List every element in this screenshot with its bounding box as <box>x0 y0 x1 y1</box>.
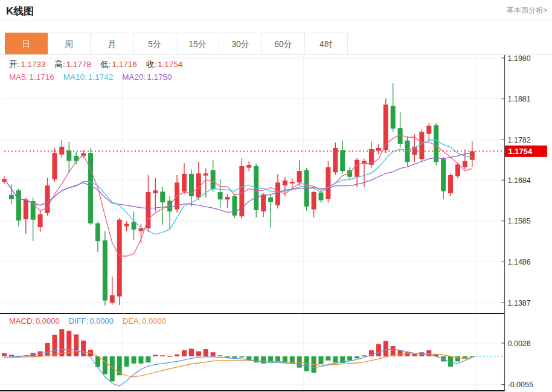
macd-item: DIFF:0.0000 <box>69 316 114 326</box>
ohlc-legend: 开:1.1733高:1.1778低:1.1716收:1.1754 <box>9 59 191 69</box>
ohlc-item: 高:1.1778 <box>55 60 92 69</box>
svg-text:-0.0055: -0.0055 <box>508 381 533 389</box>
kline-widget: K线图 基本面分析> 日周月5分15分30分60分4时 1.19801.1881… <box>0 0 552 392</box>
ma-item: MA10:1.1742 <box>63 72 113 82</box>
svg-text:0.0026: 0.0026 <box>508 339 531 348</box>
svg-text:1.1684: 1.1684 <box>508 176 531 185</box>
svg-text:1.1881: 1.1881 <box>508 95 531 103</box>
ma-item: MA20:1.1750 <box>122 72 172 82</box>
svg-text:1.1486: 1.1486 <box>508 258 531 266</box>
ma-item: MA5:1.1716 <box>9 72 54 82</box>
ohlc-item: 低:1.1716 <box>100 60 137 69</box>
macd-legend: MACD:0.0000DIFF:0.0000DEA:0.0000 <box>9 316 175 326</box>
svg-text:1.1980: 1.1980 <box>508 54 531 63</box>
macd-item: MACD:0.0000 <box>9 316 60 326</box>
svg-text:1.1387: 1.1387 <box>508 299 531 307</box>
svg-text:1.1585: 1.1585 <box>508 217 531 225</box>
ohlc-item: 收:1.1754 <box>146 60 183 69</box>
macd-item: DEA:0.0000 <box>123 316 166 326</box>
svg-text:1.1782: 1.1782 <box>508 136 531 144</box>
ma-legend: MA5:1.1716MA10:1.1742MA20:1.1750 <box>9 72 181 82</box>
svg-text:1.1754: 1.1754 <box>509 147 533 156</box>
ohlc-item: 开:1.1733 <box>9 60 46 69</box>
